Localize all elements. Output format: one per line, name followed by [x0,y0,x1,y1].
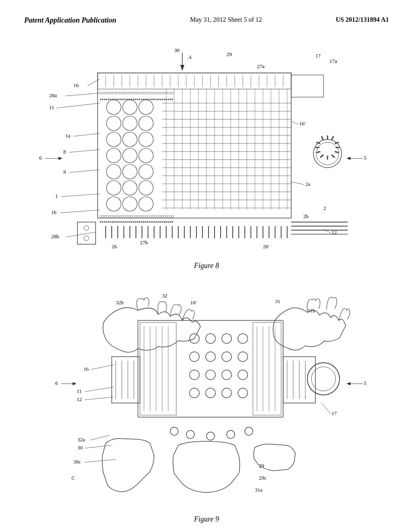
svg-point-224 [227,430,235,438]
svg-rect-181 [138,320,283,417]
svg-line-168 [291,121,298,124]
svg-point-57 [106,197,121,211]
svg-line-232 [85,387,114,392]
svg-point-51 [106,100,121,114]
svg-text:8: 8 [63,149,66,155]
svg-line-144 [65,93,100,96]
svg-point-199 [238,370,248,380]
svg-text:6: 6 [55,380,58,386]
svg-point-64 [123,197,137,211]
svg-text:12: 12 [77,396,82,402]
svg-text:27a: 27a [257,63,265,69]
svg-text:2b: 2b [303,213,309,219]
svg-text:11: 11 [49,104,54,110]
figure9: 32 32b 16' 31 31b [25,286,388,532]
svg-line-161 [67,232,96,237]
svg-text:29: 29 [227,51,232,57]
svg-text:A: A [188,54,192,60]
svg-point-66 [139,116,153,131]
svg-marker-1 [180,65,184,71]
figure9-svg: 32 32b 16' 31 31b [25,286,388,512]
page-header: Patent Application Publication May 31, 2… [0,0,413,33]
svg-text:2a: 2a [305,181,311,187]
svg-text:11: 11 [77,388,82,394]
svg-point-67 [139,132,153,147]
svg-point-65 [139,100,153,114]
svg-marker-237 [346,382,350,385]
svg-line-148 [73,133,100,136]
svg-text:26: 26 [112,243,117,249]
svg-text:16: 16 [73,82,79,88]
svg-text:16': 16' [299,121,305,127]
svg-text:16': 16' [190,299,196,305]
svg-marker-166 [346,157,350,160]
svg-text:○○○○○○○○○○○○○○○○○○○○○○○○○○○○○○: ○○○○○○○○○○○○○○○○○○○○○○○○○○○○○○○○○○ [100,214,174,218]
svg-text:28a: 28a [49,92,57,98]
svg-text:17: 17 [332,410,337,416]
svg-text:1: 1 [55,193,58,199]
svg-line-170 [291,182,304,185]
page: Patent Application Publication May 31, 2… [0,0,413,532]
svg-point-200 [190,388,199,398]
date-sheet-info: May 31, 2012 Sheet 5 of 12 [190,16,262,23]
svg-text:29: 29 [259,463,264,469]
svg-point-135 [84,226,89,231]
svg-rect-119 [291,75,323,97]
svg-text:30: 30 [174,47,179,53]
svg-point-68 [139,148,153,163]
svg-line-133 [321,136,323,140]
svg-line-130 [316,152,320,153]
svg-line-153 [69,150,100,152]
svg-point-192 [190,352,199,362]
svg-point-58 [123,100,137,114]
svg-rect-134 [77,222,96,244]
svg-point-189 [206,334,215,343]
svg-point-190 [222,334,232,343]
svg-line-124 [335,142,339,143]
svg-line-159 [60,210,100,213]
svg-rect-182 [140,322,176,415]
svg-line-243 [85,445,112,448]
svg-point-198 [222,370,232,380]
svg-line-146 [56,103,100,108]
svg-point-63 [123,181,137,195]
svg-point-60 [123,132,137,147]
svg-point-70 [139,181,153,195]
svg-text:31: 31 [275,298,280,304]
svg-point-225 [245,427,253,435]
svg-point-202 [222,388,232,398]
svg-point-222 [186,430,194,438]
svg-text:17: 17 [315,53,321,59]
figure8-svg: A 30 29 17 17a 27a [25,41,388,258]
figure9-label: Figure 9 [25,515,388,524]
svg-rect-204 [253,322,281,415]
svg-text:17a: 17a [330,58,337,64]
svg-text:26': 26' [263,243,269,249]
svg-point-61 [123,148,137,163]
svg-line-157 [61,194,100,197]
svg-text:1b: 1b [51,209,56,215]
svg-point-56 [106,181,121,195]
svg-point-69 [139,164,153,179]
svg-text:16: 16 [83,366,89,372]
svg-point-195 [238,352,248,362]
svg-text:30c: 30c [73,459,81,465]
svg-point-221 [170,427,178,435]
svg-text:5: 5 [364,380,367,386]
svg-point-196 [190,370,199,380]
svg-line-245 [85,459,116,462]
svg-point-194 [222,352,232,362]
svg-point-219 [307,363,340,395]
svg-text:31a: 31a [255,487,263,493]
svg-text:1a: 1a [65,133,71,139]
svg-line-227 [91,365,114,370]
publication-title: Patent Application Publication [24,16,116,25]
svg-text:32: 32 [162,293,167,299]
svg-text:32a: 32a [77,436,85,443]
svg-text:5: 5 [364,155,367,161]
svg-line-126 [335,152,339,153]
svg-point-191 [238,334,248,343]
svg-point-136 [84,236,89,241]
svg-point-120 [313,139,342,168]
svg-text:30: 30 [77,445,83,451]
